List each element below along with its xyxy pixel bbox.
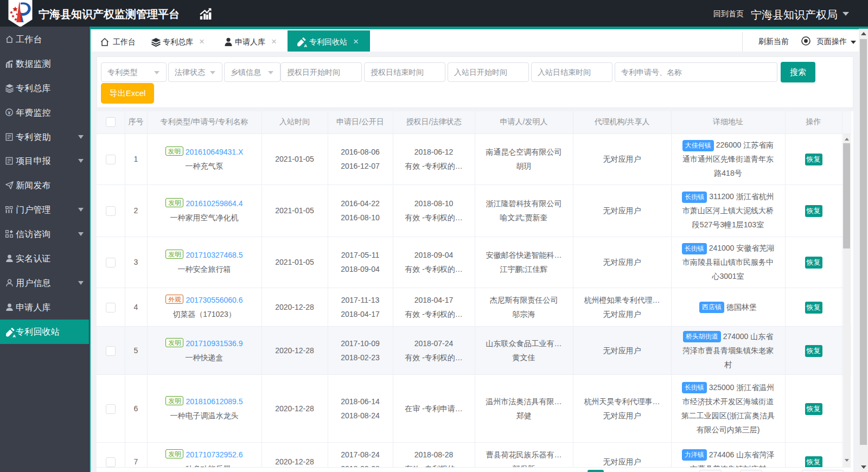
svg-text:A: A [304,43,307,47]
svg-text:¥: ¥ [8,109,11,115]
